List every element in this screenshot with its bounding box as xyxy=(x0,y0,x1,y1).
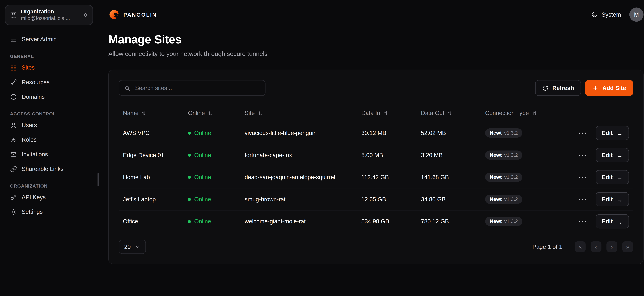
add-site-button[interactable]: Add Site xyxy=(585,80,633,96)
column-header-name[interactable]: Name xyxy=(123,110,188,116)
row-menu-button[interactable]: ··· xyxy=(577,151,589,160)
cell-connection-type: Newtv1.3.2 xyxy=(485,128,577,138)
section-label-organization: ORGANIZATION xyxy=(10,184,93,188)
sidebar-item-api-keys[interactable]: API Keys xyxy=(5,190,93,204)
arrow-right-icon: → xyxy=(616,218,623,224)
gear-icon xyxy=(10,208,17,216)
section-label-access-control: ACCESS CONTROL xyxy=(10,111,93,116)
cell-connection-type: Newtv1.3.2 xyxy=(485,150,577,160)
last-page-button[interactable]: » xyxy=(622,242,633,252)
arrow-right-icon: → xyxy=(616,196,623,202)
server-icon xyxy=(10,36,17,43)
prev-page-button[interactable]: ‹ xyxy=(590,242,601,252)
cell-online: Online xyxy=(188,152,244,158)
cell-data-out: 141.68 GB xyxy=(421,174,485,180)
section-label-general: GENERAL xyxy=(10,54,93,59)
card-toolbar: Refresh Add Site xyxy=(119,80,633,96)
arrow-right-icon: → xyxy=(616,130,623,136)
edit-button[interactable]: Edit→ xyxy=(596,170,629,184)
brand[interactable]: PANGOLIN xyxy=(108,9,157,20)
sidebar-item-label: API Keys xyxy=(22,194,46,201)
sort-icon xyxy=(447,110,452,116)
connection-type-badge: Newtv1.3.2 xyxy=(485,217,522,226)
theme-label: System xyxy=(602,11,621,18)
sidebar-item-server-admin[interactable]: Server Admin xyxy=(5,32,93,46)
column-header-connection-type[interactable]: Connection Type xyxy=(485,110,629,116)
cell-data-in: 5.00 MB xyxy=(362,152,421,158)
sidebar-item-domains[interactable]: Domains xyxy=(5,90,93,104)
cell-connection-type: Newtv1.3.2 xyxy=(485,217,577,226)
sidebar-item-label: Server Admin xyxy=(22,36,57,43)
edit-button[interactable]: Edit→ xyxy=(596,126,629,140)
row-menu-button[interactable]: ··· xyxy=(577,217,589,226)
org-subtitle: milo@fossorial.io's ... xyxy=(21,15,79,22)
edit-button[interactable]: Edit→ xyxy=(596,148,629,162)
cell-data-in: 30.12 MB xyxy=(362,130,421,136)
online-dot-icon xyxy=(188,198,191,201)
cell-site: smug-brown-rat xyxy=(245,196,362,202)
user-icon xyxy=(10,122,17,129)
row-menu-button[interactable]: ··· xyxy=(577,195,589,204)
cell-actions: ··· Edit→ xyxy=(577,148,629,162)
cell-online: Online xyxy=(188,174,244,180)
sort-icon xyxy=(142,110,147,116)
brand-name: PANGOLIN xyxy=(124,12,157,18)
first-page-button[interactable]: « xyxy=(575,242,586,252)
sites-table: Name Online Site Data In xyxy=(119,104,633,232)
column-header-site[interactable]: Site xyxy=(245,110,362,116)
mail-icon xyxy=(10,151,17,158)
refresh-icon xyxy=(542,85,548,91)
row-menu-button[interactable]: ··· xyxy=(577,173,589,182)
org-selector[interactable]: Organization milo@fossorial.io's ... xyxy=(5,5,93,25)
sidebar-item-label: Domains xyxy=(22,94,45,100)
edit-button[interactable]: Edit→ xyxy=(596,192,629,206)
edit-button[interactable]: Edit→ xyxy=(596,214,629,228)
link-icon xyxy=(10,166,17,172)
connection-type-badge: Newtv1.3.2 xyxy=(485,150,522,160)
sidebar-item-settings[interactable]: Settings xyxy=(5,205,93,219)
sidebar-item-users[interactable]: Users xyxy=(5,118,93,132)
connection-type-badge: Newtv1.3.2 xyxy=(485,172,522,182)
scrollbar-thumb[interactable] xyxy=(98,173,99,186)
table-row: Home Lab Online dead-san-joaquin-antelop… xyxy=(119,166,633,188)
page-size-value: 20 xyxy=(124,244,130,250)
sidebar-item-roles[interactable]: Roles xyxy=(5,133,93,147)
arrow-right-icon: → xyxy=(616,152,623,158)
column-header-online[interactable]: Online xyxy=(188,110,244,116)
avatar[interactable]: M xyxy=(629,8,644,22)
cell-data-out: 52.02 MB xyxy=(421,130,485,136)
sidebar-item-resources[interactable]: Resources xyxy=(5,76,93,89)
online-label: Online xyxy=(194,218,211,225)
arrow-right-icon: → xyxy=(616,174,623,180)
row-menu-button[interactable]: ··· xyxy=(577,128,589,137)
blocks-icon xyxy=(10,64,17,71)
search-icon xyxy=(124,85,130,91)
sidebar-item-shareable-links[interactable]: Shareable Links xyxy=(5,162,93,176)
connection-type-badge: Newtv1.3.2 xyxy=(485,195,522,204)
next-page-button[interactable]: › xyxy=(606,242,617,252)
cell-actions: ··· Edit→ xyxy=(577,192,629,206)
sidebar-item-label: Shareable Links xyxy=(22,166,64,172)
cell-data-in: 534.98 GB xyxy=(362,218,421,225)
column-header-data-out[interactable]: Data Out xyxy=(421,110,485,116)
theme-toggle[interactable]: System xyxy=(591,11,621,18)
org-title: Organization xyxy=(21,8,79,15)
sidebar-item-sites[interactable]: Sites xyxy=(5,61,93,74)
add-site-label: Add Site xyxy=(602,85,626,91)
online-label: Online xyxy=(194,130,211,136)
sites-card: Refresh Add Site Name xyxy=(108,70,644,264)
waypoints-icon xyxy=(10,79,17,86)
search-box xyxy=(119,80,266,96)
refresh-button[interactable]: Refresh xyxy=(535,80,581,96)
search-input[interactable] xyxy=(134,84,260,92)
cell-site: vivacious-little-blue-penguin xyxy=(245,130,362,136)
online-dot-icon xyxy=(188,176,191,179)
page-info: Page 1 of 1 xyxy=(532,244,562,250)
cell-online: Online xyxy=(188,196,244,202)
card-footer: 20 Page 1 of 1 « ‹ › » xyxy=(119,240,633,254)
column-header-data-in[interactable]: Data In xyxy=(362,110,421,116)
online-label: Online xyxy=(194,152,211,158)
cell-name: Office xyxy=(123,218,188,225)
page-size-select[interactable]: 20 xyxy=(119,240,146,254)
sidebar-item-invitations[interactable]: Invitations xyxy=(5,148,93,162)
